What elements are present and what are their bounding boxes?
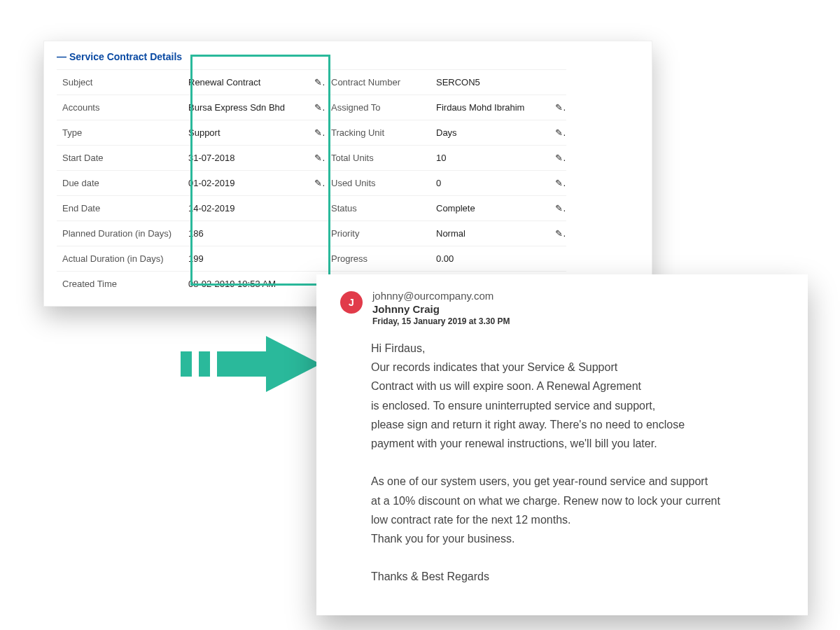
avatar: J: [340, 291, 363, 314]
field-value: Firdaus Mohd Ibrahim: [430, 94, 550, 120]
field-label: Total Units: [326, 145, 430, 170]
email-header: J johnny@ourcompany.com Johnny Craig Fri…: [340, 290, 784, 326]
field-label: Start Date: [57, 145, 183, 170]
email-meta: johnny@ourcompany.com Johnny Craig Frida…: [372, 290, 510, 326]
section-title: Service Contract Details: [69, 51, 182, 62]
section-header[interactable]: — Service Contract Details: [44, 41, 652, 69]
field-label: Subject: [57, 69, 183, 94]
field-value: 0: [430, 170, 550, 195]
field-label: Priority: [326, 220, 430, 246]
edit-icon: [309, 195, 326, 220]
edit-icon[interactable]: ✎: [309, 170, 326, 195]
field-value: 14-02-2019: [183, 195, 309, 220]
field-label: Tracking Unit: [326, 120, 430, 145]
field-value: 10: [430, 145, 550, 170]
email-sender-name: Johnny Craig: [372, 303, 510, 315]
svg-rect-0: [181, 351, 192, 377]
email-date: Friday, 15 January 2019 at 3.30 PM: [372, 316, 510, 326]
field-label: Assigned To: [326, 94, 430, 120]
field-label: Used Units: [326, 170, 430, 195]
field-value: Renewal Contract: [183, 69, 309, 94]
field-label: Accounts: [57, 94, 183, 120]
edit-icon[interactable]: ✎: [550, 145, 566, 170]
field-value: Days: [430, 120, 550, 145]
edit-icon[interactable]: ✎: [550, 170, 566, 195]
field-label: End Date: [57, 195, 183, 220]
svg-marker-3: [266, 336, 321, 392]
edit-icon: [309, 246, 326, 271]
email-body: Hi Firdaus, Our records indicates that y…: [371, 339, 784, 586]
field-value: 31-07-2018: [183, 145, 309, 170]
collapse-icon[interactable]: —: [57, 51, 64, 62]
edit-icon[interactable]: ✎: [309, 145, 326, 170]
svg-rect-1: [199, 351, 210, 377]
field-value: Bursa Express Sdn Bhd: [183, 94, 309, 120]
service-contract-details-panel: — Service Contract Details SubjectRenewa…: [43, 41, 652, 307]
field-value: Normal: [430, 220, 550, 246]
edit-icon[interactable]: ✎: [309, 69, 326, 94]
edit-icon[interactable]: ✎: [550, 220, 566, 246]
field-value: 186: [183, 220, 309, 246]
edit-icon[interactable]: ✎: [309, 120, 326, 145]
field-value: 08-02-2019 10:53 AM: [183, 271, 309, 296]
email-address: johnny@ourcompany.com: [372, 290, 510, 302]
svg-rect-2: [217, 351, 266, 377]
edit-icon: [550, 69, 566, 94]
arrow-icon: [181, 336, 321, 392]
edit-icon[interactable]: ✎: [550, 195, 566, 220]
field-label: Due date: [57, 170, 183, 195]
field-value: Support: [183, 120, 309, 145]
edit-icon: [309, 220, 326, 246]
edit-icon[interactable]: ✎: [550, 94, 566, 120]
field-value: SERCON5: [430, 69, 550, 94]
field-value: 01-02-2019: [183, 170, 309, 195]
field-label: Planned Duration (in Days): [57, 220, 183, 246]
details-grid: SubjectRenewal Contract✎Contract NumberS…: [44, 69, 652, 306]
field-label: Actual Duration (in Days): [57, 246, 183, 271]
field-label: Status: [326, 195, 430, 220]
edit-icon: [550, 246, 566, 271]
field-label: Contract Number: [326, 69, 430, 94]
field-value: Complete: [430, 195, 550, 220]
field-value: 199: [183, 246, 309, 271]
edit-icon[interactable]: ✎: [309, 94, 326, 120]
field-value: 0.00: [430, 246, 550, 271]
edit-icon[interactable]: ✎: [550, 120, 566, 145]
field-label: Progress: [326, 246, 430, 271]
email-preview-card: J johnny@ourcompany.com Johnny Craig Fri…: [316, 274, 808, 615]
field-label: Type: [57, 120, 183, 145]
field-label: Created Time: [57, 271, 183, 296]
